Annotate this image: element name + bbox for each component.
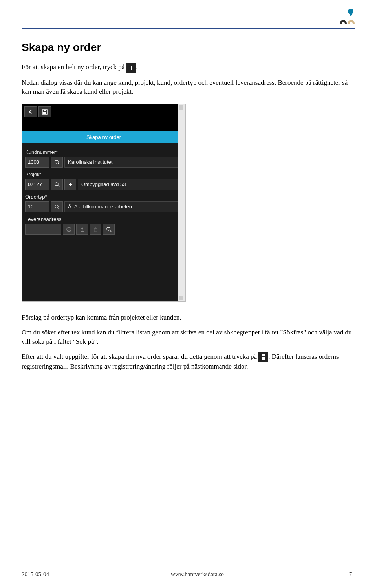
app-title: Skapa ny order bbox=[22, 131, 185, 143]
svg-point-19 bbox=[107, 227, 110, 230]
svg-rect-23 bbox=[262, 357, 265, 360]
ordertyp-display: ÄTA - Tillkommande arbeten bbox=[64, 201, 182, 212]
footer-date: 2015-05-04 bbox=[22, 571, 49, 578]
ordertyp-search-icon[interactable] bbox=[51, 201, 63, 212]
svg-line-6 bbox=[58, 163, 59, 164]
ordertyp-input[interactable]: 10 bbox=[25, 201, 49, 212]
kundnummer-input[interactable]: 1003 bbox=[25, 157, 49, 168]
page-title: Skapa ny order bbox=[22, 41, 355, 54]
svg-point-11 bbox=[55, 205, 58, 208]
page-header bbox=[22, 8, 355, 25]
svg-line-8 bbox=[58, 185, 59, 187]
page-footer: 2015-05-04 www.hantverksdata.se - 7 - bbox=[22, 568, 355, 578]
projekt-input[interactable]: 07127 bbox=[25, 179, 49, 190]
save-button[interactable] bbox=[38, 106, 51, 117]
app-screenshot: Skapa ny order Kundnummer* 1003 Karolins… bbox=[22, 104, 186, 302]
save-icon bbox=[258, 352, 268, 362]
projekt-label: Projekt bbox=[25, 172, 182, 177]
leveransadress-input[interactable] bbox=[25, 224, 61, 235]
projekt-search-icon[interactable] bbox=[51, 179, 63, 190]
header-divider bbox=[22, 28, 355, 29]
svg-rect-1 bbox=[350, 10, 352, 16]
company-logo bbox=[337, 8, 355, 25]
info-icon[interactable]: i bbox=[63, 224, 75, 235]
svg-rect-3 bbox=[44, 110, 46, 111]
para1-pre: För att skapa en helt ny order, tryck på bbox=[22, 63, 126, 71]
plus-icon: + bbox=[126, 63, 136, 73]
paragraph-save: Efter att du valt uppgifter för att skap… bbox=[22, 352, 355, 371]
svg-rect-16 bbox=[94, 228, 97, 232]
kundnummer-label: Kundnummer* bbox=[25, 149, 182, 155]
kundnummer-display: Karolinska Institutet bbox=[64, 157, 182, 168]
footer-url: www.hantverksdata.se bbox=[171, 571, 224, 578]
svg-rect-4 bbox=[43, 112, 46, 114]
svg-rect-22 bbox=[262, 354, 265, 356]
paragraph-search-help: Om du söker efter tex kund kan du filtre… bbox=[22, 328, 355, 347]
paragraph-description: Nedan dialog visas där du kan ange kund,… bbox=[22, 78, 355, 97]
trash-icon[interactable] bbox=[90, 224, 101, 235]
kundnummer-search-icon[interactable] bbox=[51, 157, 63, 168]
back-button[interactable] bbox=[24, 106, 37, 117]
svg-point-7 bbox=[55, 183, 58, 186]
svg-text:i: i bbox=[68, 228, 70, 232]
para1-post: . bbox=[136, 63, 138, 71]
svg-line-20 bbox=[110, 230, 111, 232]
para5-pre: Efter att du valt uppgifter för att skap… bbox=[22, 353, 258, 360]
scrollbar[interactable] bbox=[178, 104, 185, 301]
app-toolbar bbox=[22, 104, 185, 120]
paragraph-suggestion: Förslag på ordertyp kan komma från proje… bbox=[22, 313, 355, 322]
paragraph-intro: För att skapa en helt ny order, tryck på… bbox=[22, 62, 355, 73]
footer-page: - 7 - bbox=[346, 571, 355, 578]
person-icon[interactable] bbox=[76, 224, 88, 235]
projekt-display: Ombyggnad avd 53 bbox=[78, 179, 182, 190]
ordertyp-label: Ordertyp* bbox=[25, 194, 182, 200]
svg-point-5 bbox=[55, 160, 58, 163]
leveransadress-search-icon[interactable] bbox=[103, 224, 115, 235]
svg-line-12 bbox=[58, 208, 59, 209]
leveransadress-label: Leveransadress bbox=[25, 216, 182, 222]
svg-point-15 bbox=[81, 227, 83, 229]
projekt-add-icon[interactable] bbox=[64, 179, 76, 190]
